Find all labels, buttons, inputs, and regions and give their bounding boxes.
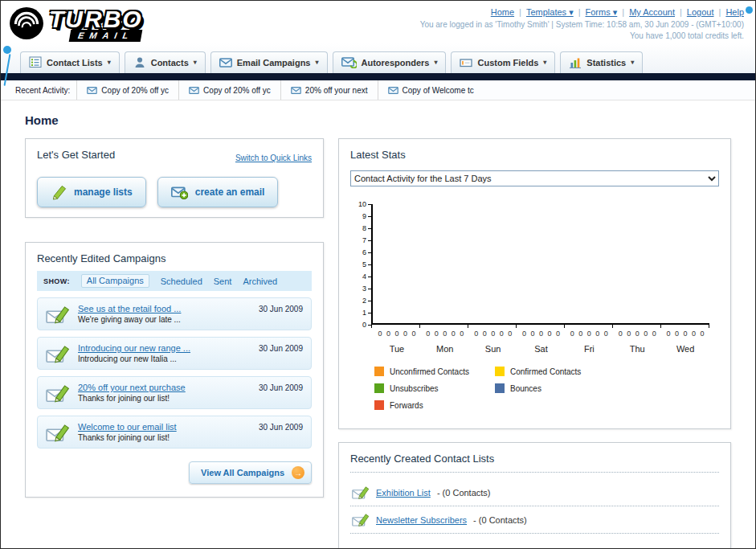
x-axis-label: Mon (421, 344, 469, 354)
y-tick-label: 6 (362, 248, 371, 256)
email-campaigns-icon (219, 57, 232, 68)
switch-quick-links-link[interactable]: Switch to Quick Links (235, 154, 312, 162)
legend-swatch (374, 383, 384, 393)
x-axis-label: Tue (373, 344, 421, 354)
y-tick-label: 4 (362, 272, 371, 281)
nav-tab-contact-lists[interactable]: Contact Lists ▾ (20, 51, 120, 73)
recent-activity-item[interactable]: Copy of 20% off yc (76, 80, 178, 100)
contact-list-link[interactable]: Exhibition List (376, 488, 431, 498)
logo-subtitle: EMAIL (69, 30, 143, 42)
nav-link-home[interactable]: Home (491, 7, 514, 17)
contact-lists-icon (29, 56, 42, 68)
y-tick-label: 7 (362, 236, 371, 244)
utility-nav: HomeTemplates ▾Forms ▾My AccountLogoutHe… (420, 7, 744, 18)
legend-item: Confirmed Contacts (495, 367, 615, 376)
latest-stats-panel: Latest Stats Contact Activity for the La… (338, 138, 731, 429)
envelope-pencil-icon (46, 305, 70, 324)
nav-tab-label: Email Campaigns (237, 58, 311, 68)
legend-item: Unsubscribes (374, 383, 495, 393)
envelope-pencil-icon (46, 423, 70, 442)
tab-all-campaigns[interactable]: All Campaigns (81, 274, 149, 288)
campaign-link[interactable]: Welcome to our email list (78, 422, 177, 432)
nav-tab-label: Contacts (151, 58, 189, 68)
turbo-email-logo: TURBO EMAIL (9, 6, 143, 42)
campaign-item[interactable]: Introducing our new range ... Introducin… (37, 337, 312, 370)
campaign-item[interactable]: See us at the retail food ... We're givi… (37, 297, 312, 330)
contact-list-count: - (0 Contacts) (437, 488, 491, 498)
nav-tab-email-campaigns[interactable]: Email Campaigns ▾ (210, 51, 328, 73)
chevron-down-icon: ▾ (631, 59, 634, 66)
campaign-filter-bar: SHOW: All Campaigns Scheduled Sent Archi… (37, 271, 312, 291)
bar-value-labels: 0 0 0 0 0 (517, 330, 566, 338)
nav-tab-contacts[interactable]: Contacts ▾ (125, 51, 206, 73)
campaign-link[interactable]: See us at the retail food ... (78, 304, 181, 313)
campaign-link[interactable]: 20% off your next purchase (78, 383, 186, 392)
bar-value-labels: 0 0 0 0 0 (661, 330, 709, 338)
envelope-icon (189, 86, 199, 95)
y-tick-label: 9 (362, 212, 371, 220)
account-area: HomeTemplates ▾Forms ▾My AccountLogoutHe… (420, 6, 744, 42)
chevron-down-icon: ▾ (434, 59, 437, 66)
tab-scheduled[interactable]: Scheduled (161, 277, 202, 286)
show-label: SHOW: (43, 277, 70, 285)
x-tick-mark (468, 325, 468, 328)
bar-value-labels: 0 0 0 0 0 (421, 330, 469, 338)
campaign-item[interactable]: Welcome to our email list Thanks for joi… (37, 416, 312, 449)
envelope-icon (388, 86, 398, 95)
nav-tab-statistics[interactable]: Statistics ▾ (560, 51, 643, 73)
view-all-campaigns-button[interactable]: View All Campaigns → (189, 461, 312, 484)
contacts-icon (133, 56, 146, 68)
create-email-button[interactable]: create an email (157, 177, 279, 207)
campaign-item[interactable]: 20% off your next purchase Thanks for jo… (37, 376, 312, 409)
nav-link-help[interactable]: Help (714, 7, 744, 17)
stats-panel-title: Latest Stats (350, 149, 719, 161)
nav-link-logout[interactable]: Logout (675, 7, 714, 17)
stats-range-select[interactable]: Contact Activity for the Last 7 Days (350, 170, 719, 186)
statistics-icon (569, 57, 582, 68)
bar-value-labels: 0 0 0 0 0 (469, 330, 517, 338)
nav-link-templates[interactable]: Templates ▾ (514, 7, 574, 17)
recent-activity-label: Recent Activity: (15, 86, 70, 95)
contact-list-link[interactable]: Newsletter Subscribers (376, 515, 467, 525)
plot-area (371, 204, 709, 325)
envelope-pencil-icon (352, 485, 370, 499)
nav-tab-autoresponders[interactable]: Autoresponders ▾ (333, 51, 447, 73)
nav-link-forms[interactable]: Forms ▾ (574, 7, 618, 17)
campaign-date: 30 Jun 2009 (259, 305, 303, 313)
campaign-link[interactable]: Introducing our new range ... (78, 343, 190, 353)
y-tick-label: 0 (362, 321, 371, 329)
manage-lists-button[interactable]: manage lists (37, 177, 146, 207)
campaign-subtitle: We're giving away our late ... (78, 315, 181, 324)
get-started-panel: Let's Get Started Switch to Quick Links … (25, 138, 324, 218)
nav-tab-label: Autoresponders (362, 58, 430, 68)
x-tick-mark (564, 325, 565, 328)
chevron-down-icon: ▾ (315, 59, 318, 66)
x-axis-label: Sun (469, 344, 517, 354)
x-tick-row (371, 325, 709, 328)
tab-archived[interactable]: Archived (243, 277, 277, 286)
login-info: You are logged in as 'Timothy Smith' | S… (420, 20, 744, 29)
campaign-subtitle: Introducing our new Italia ... (78, 354, 190, 363)
recent-activity-item[interactable]: Copy of Welcome tc (378, 80, 484, 100)
bar-value-labels: 0 0 0 0 0 (373, 330, 421, 338)
legend-swatch (374, 400, 384, 410)
tab-sent[interactable]: Sent (214, 277, 232, 286)
chart-legend: Unconfirmed ContactsConfirmed ContactsUn… (374, 367, 719, 417)
envelope-pencil-icon (46, 344, 70, 363)
contact-list-item[interactable]: Exhibition List - (0 Contacts) (350, 479, 719, 506)
contact-activity-chart: 109876543210 0 0 0 0 00 0 0 0 00 0 0 0 0… (350, 204, 719, 417)
nav-divider-bar (1, 73, 755, 80)
y-tick-label: 2 (362, 297, 371, 305)
legend-label: Forwards (390, 401, 423, 410)
get-started-title: Let's Get Started (37, 149, 115, 161)
nav-tab-custom-fields[interactable]: Custom Fields ▾ (451, 51, 555, 73)
turbo-email-dashboard: TURBO EMAIL HomeTemplates ▾Forms ▾My Acc… (0, 0, 756, 549)
recently-created-contact-lists-panel: Recently Created Contact Lists Exhibitio… (338, 442, 731, 549)
contact-list-item[interactable]: Newsletter Subscribers - (0 Contacts) (350, 506, 719, 534)
contact-list-count: - (0 Contacts) (473, 515, 527, 525)
recent-activity-item[interactable]: Copy of 20% off yc (178, 80, 280, 100)
nav-link-my-account[interactable]: My Account (617, 7, 675, 17)
legend-label: Unsubscribes (390, 384, 439, 393)
recent-activity-item[interactable]: 20% off your next (280, 80, 378, 100)
x-axis-label: Wed (661, 344, 709, 354)
